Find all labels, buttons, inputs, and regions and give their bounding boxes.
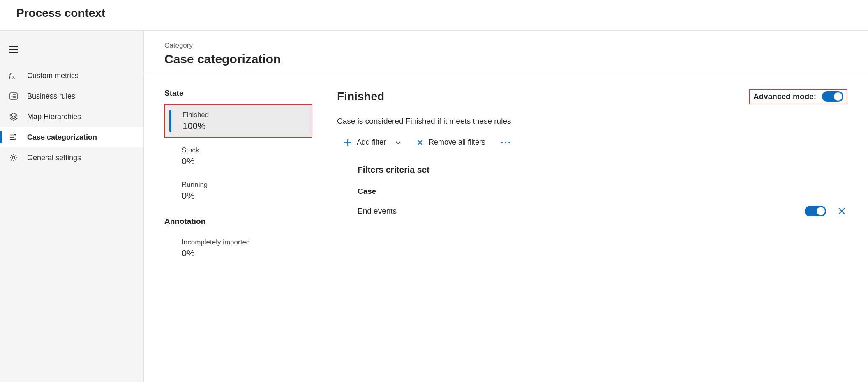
filters-toolbar: Add filter Remove all filters — [337, 138, 847, 147]
svg-point-6 — [12, 96, 13, 97]
chevron-down-icon — [395, 139, 402, 146]
sidebar-item-label: General settings — [27, 154, 143, 162]
hamburger-icon — [9, 45, 18, 54]
page-title: Process context — [16, 7, 868, 20]
main-content: Category Case categorization State Finis… — [144, 31, 868, 382]
filter-rule-remove-button[interactable] — [838, 207, 846, 215]
state-item-label: Finished — [182, 111, 306, 119]
add-filter-label: Add filter — [357, 138, 386, 147]
categorize-icon — [9, 133, 18, 142]
state-item-stuck[interactable]: Stuck 0% — [164, 140, 312, 173]
sidebar: fx Custom metrics Business rules Map Hie… — [0, 31, 144, 382]
menu-toggle[interactable] — [0, 39, 143, 60]
svg-text:f: f — [9, 72, 12, 79]
remove-all-filters-label: Remove all filters — [429, 138, 485, 147]
divider — [144, 74, 868, 74]
advanced-mode-label: Advanced mode: — [753, 92, 816, 101]
state-item-value: 0% — [182, 156, 307, 167]
sidebar-item-label: Map Hierarchies — [27, 113, 143, 121]
category-label: Category — [164, 41, 852, 50]
category-title: Case categorization — [164, 52, 852, 66]
plus-icon — [344, 138, 352, 147]
filter-rule-name[interactable]: End events — [358, 207, 397, 216]
annotation-heading: Annotation — [164, 217, 312, 226]
annotation-item-label: Incompletely imported — [182, 238, 307, 246]
state-item-finished[interactable]: Finished 100% — [164, 104, 312, 138]
add-filter-button[interactable]: Add filter — [344, 138, 402, 147]
state-item-label: Running — [182, 181, 307, 189]
sidebar-item-label: Business rules — [27, 92, 143, 101]
filters-group-label: Case — [358, 187, 847, 196]
sidebar-item-custom-metrics[interactable]: fx Custom metrics — [0, 65, 143, 86]
svg-point-15 — [508, 142, 510, 143]
svg-point-14 — [505, 142, 506, 143]
svg-marker-7 — [10, 113, 17, 117]
svg-point-13 — [501, 142, 503, 143]
sidebar-item-label: Custom metrics — [27, 71, 143, 80]
layers-icon — [9, 112, 18, 121]
advanced-mode-toggle[interactable] — [822, 91, 843, 102]
fx-icon: fx — [9, 71, 18, 80]
remove-all-filters-button[interactable]: Remove all filters — [416, 138, 485, 147]
sidebar-item-case-categorization[interactable]: Case categorization — [0, 127, 143, 147]
advanced-mode-group: Advanced mode: — [749, 89, 847, 104]
filters-criteria-heading: Filters criteria set — [358, 165, 847, 175]
sidebar-item-label: Case categorization — [27, 133, 143, 142]
annotation-item-incompletely-imported[interactable]: Incompletely imported 0% — [164, 232, 312, 265]
detail-description: Case is considered Finished if it meets … — [337, 117, 847, 126]
svg-point-8 — [12, 156, 15, 159]
close-icon — [416, 139, 424, 146]
svg-text:x: x — [12, 74, 15, 80]
detail-title: Finished — [337, 90, 384, 103]
sidebar-item-general-settings[interactable]: General settings — [0, 147, 143, 168]
filter-rule-row: End events — [358, 206, 847, 216]
annotation-item-value: 0% — [182, 248, 307, 259]
state-item-label: Stuck — [182, 146, 307, 154]
state-item-value: 0% — [182, 191, 307, 201]
state-heading: State — [164, 89, 312, 98]
gear-icon — [9, 153, 18, 162]
more-actions-button[interactable] — [500, 141, 511, 144]
state-item-value: 100% — [182, 121, 306, 131]
state-item-running[interactable]: Running 0% — [164, 175, 312, 207]
filter-rule-toggle[interactable] — [805, 206, 826, 216]
sidebar-item-business-rules[interactable]: Business rules — [0, 86, 143, 106]
sidebar-item-map-hierarchies[interactable]: Map Hierarchies — [0, 106, 143, 127]
rules-icon — [9, 92, 18, 101]
